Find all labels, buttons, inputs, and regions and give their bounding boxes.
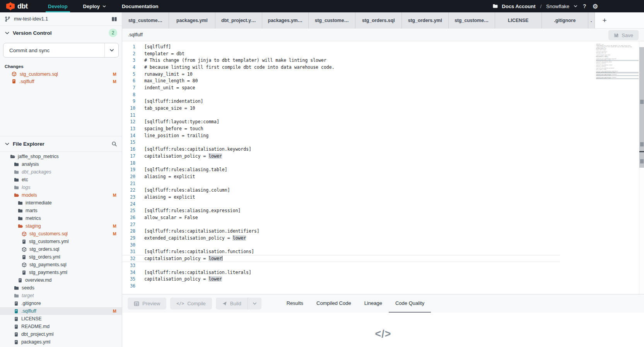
editor-tab-3[interactable]: packages.ym… (262, 12, 309, 28)
new-tab-button[interactable]: + (599, 12, 610, 28)
connection-name[interactable]: Snowflake (546, 3, 569, 9)
code-line-26[interactable]: 26allow_scalar = False (122, 214, 644, 221)
code-line-29[interactable]: 29extended_capitalisation_policy = lower (122, 235, 644, 242)
code-line-31[interactable]: 31[sqlfluff:rules:capitalisation.functio… (122, 248, 644, 255)
code-line-22[interactable]: 22[sqlfluff:rules:aliasing.column] (122, 187, 644, 194)
nav-item-deploy[interactable]: Deploy (75, 0, 114, 12)
tree-item-analysis[interactable]: analysis (0, 160, 122, 168)
commit-options-chevron-icon[interactable] (104, 43, 118, 57)
code-line-34[interactable]: 34[sqlfluff:rules:capitalisation.literal… (122, 269, 644, 276)
tree-item-stg_orders.sql[interactable]: stg_orders.sql (0, 245, 122, 253)
code-line-9[interactable]: 9[sqlfluff:indentation] (122, 98, 644, 105)
code-line-24[interactable]: 24 (122, 201, 644, 208)
tree-item-overview.md[interactable]: overview.md (0, 276, 122, 284)
editor-minimap[interactable]: [sqlfluff] templater = dbt # This change… (596, 44, 639, 86)
code-line-19[interactable]: 19[sqlfluff:rules:aliasing.table] (122, 166, 644, 173)
editor-tab-10[interactable]: . (588, 12, 595, 28)
editor-tab-5[interactable]: stg_orders.sql (355, 12, 402, 28)
results-tab-compiled-code[interactable]: Compiled Code (310, 294, 358, 313)
editor-tab-2[interactable]: dbt_project.y… (215, 12, 262, 28)
tree-item-metrics[interactable]: metrics (0, 214, 122, 222)
change-row[interactable]: stg_customers.sqlM (0, 70, 122, 78)
code-line-3[interactable]: 3# This change (from jinja to dbt templa… (122, 57, 644, 64)
tree-item-seeds[interactable]: seeds (0, 284, 122, 292)
tree-item-stg_payments.sql[interactable]: stg_payments.sql (0, 261, 122, 269)
file-explorer-header[interactable]: File Explorer (0, 136, 122, 152)
code-line-2[interactable]: 2templater = dbt (122, 50, 644, 57)
build-options-chevron-icon[interactable] (248, 298, 261, 310)
tree-item-stg_orders.yml[interactable]: stg_orders.yml (0, 253, 122, 261)
code-line-14[interactable]: 14line_position = trailing (122, 132, 644, 139)
tree-item-etc[interactable]: etc (0, 176, 122, 184)
editor-tab-1[interactable]: packages.yml (169, 12, 216, 28)
tree-item-stg_payments.yml[interactable]: stg_payments.yml (0, 269, 122, 276)
code-line-10[interactable]: 10tab_space_size = 10 (122, 105, 644, 112)
code-line-33[interactable]: 33 (122, 262, 644, 269)
dbt-logo[interactable]: dbt (0, 2, 40, 10)
help-icon[interactable]: ? (582, 3, 588, 9)
tree-item-marts[interactable]: marts (0, 207, 122, 214)
branch-row[interactable]: mw-test-idev1.1 (0, 12, 122, 26)
results-tab-lineage[interactable]: Lineage (358, 294, 389, 313)
code-line-28[interactable]: 28[sqlfluff:rules:capitalisation.identif… (122, 228, 644, 235)
editor-tab-6[interactable]: stg_orders.yml (402, 12, 449, 28)
code-line-5[interactable]: 5runaway_limit = 10 (122, 71, 644, 78)
editor-tab-7[interactable]: stg_custome… (449, 12, 495, 28)
code-line-25[interactable]: 25[sqlfluff:rules:aliasing.expression] (122, 208, 644, 214)
settings-gear-icon[interactable]: ⚙ (591, 3, 599, 10)
save-button[interactable]: Save (608, 30, 639, 40)
change-row[interactable]: .sqlfluffM (0, 78, 122, 85)
code-line-4[interactable]: 4# because linting will first compile db… (122, 64, 644, 71)
code-line-11[interactable]: 11 (122, 112, 644, 119)
code-line-16[interactable]: 16[sqlfluff:rules:capitalisation.keyword… (122, 146, 644, 153)
tree-item-target[interactable]: target (0, 292, 122, 299)
code-line-30[interactable]: 30 (122, 242, 644, 248)
editor-scrollbar[interactable] (639, 41, 644, 294)
tree-item-stg_customers.yml[interactable]: stg_customers.yml (0, 238, 122, 245)
code-line-13[interactable]: 13spacing_before = touch (122, 125, 644, 132)
nav-item-develop[interactable]: Develop (40, 0, 75, 12)
code-line-7[interactable]: 7indent_unit = space (122, 84, 644, 91)
tree-item-stg_customers.sql[interactable]: stg_customers.sqlM (0, 230, 122, 238)
code-line-6[interactable]: 6max_line_length = 80 (122, 77, 644, 84)
tree-item-logs[interactable]: logs (0, 184, 122, 191)
tree-item-models[interactable]: modelsM (0, 191, 122, 199)
tree-item-intermediate[interactable]: intermediate (0, 199, 122, 207)
code-line-15[interactable]: 15 (122, 139, 644, 146)
tree-item-staging[interactable]: stagingM (0, 222, 122, 230)
code-line-21[interactable]: 21 (122, 180, 644, 187)
code-line-17[interactable]: 17capitalisation_policy = lower (122, 153, 644, 160)
build-button[interactable]: Build (216, 298, 248, 310)
search-icon[interactable] (111, 141, 117, 147)
version-control-header[interactable]: Version Control 2 (0, 26, 122, 40)
tree-item-jaffle_shop_metrics[interactable]: jaffle_shop_metrics (0, 153, 122, 160)
tree-item-dbt_packages[interactable]: dbt_packages (0, 168, 122, 176)
code-editor[interactable]: 1[sqlfluff]2templater = dbt3# This chang… (122, 41, 644, 294)
code-line-32[interactable]: 32capitalisation_policy = lower (122, 255, 644, 262)
tree-item-.sqlfluff[interactable]: .sqlfluffM (0, 307, 122, 315)
tree-item-LICENSE[interactable]: LICENSE (0, 315, 122, 323)
code-line-20[interactable]: 20aliasing = explicit (122, 173, 644, 180)
code-line-36[interactable]: 36 (122, 282, 644, 289)
code-line-1[interactable]: 1[sqlfluff] (122, 43, 644, 50)
results-tab-code-quality[interactable]: Code Quality (389, 294, 431, 313)
code-line-12[interactable]: 12[sqlfluff:layout:type:comma] (122, 119, 644, 126)
compile-button[interactable]: </>Compile (170, 298, 212, 310)
code-line-23[interactable]: 23aliasing = explicit (122, 194, 644, 201)
code-line-35[interactable]: 35capitalisation_policy = lower (122, 276, 644, 282)
editor-tab-8[interactable]: LICENSE (495, 12, 542, 28)
tree-item-dbt_project.yml[interactable]: dbt_project.yml (0, 330, 122, 338)
tree-item-packages.yml[interactable]: packages.yml (0, 338, 122, 346)
editor-tab-4[interactable]: stg_custome… (309, 12, 355, 28)
tree-item-README.md[interactable]: README.md (0, 323, 122, 330)
tree-item-.gitignore[interactable]: .gitignore (0, 299, 122, 307)
code-line-8[interactable]: 8 (122, 91, 644, 98)
scrollbar-thumb[interactable] (639, 47, 644, 168)
panel-columns-icon[interactable] (111, 16, 117, 22)
preview-button[interactable]: Preview (128, 298, 166, 310)
editor-tab-9[interactable]: .gitignore (542, 12, 589, 28)
results-tab-results[interactable]: Results (280, 294, 310, 313)
nav-item-documentation[interactable]: Documentation (114, 0, 166, 12)
code-line-27[interactable]: 27 (122, 221, 644, 228)
connection-chevron-icon[interactable] (573, 4, 578, 9)
